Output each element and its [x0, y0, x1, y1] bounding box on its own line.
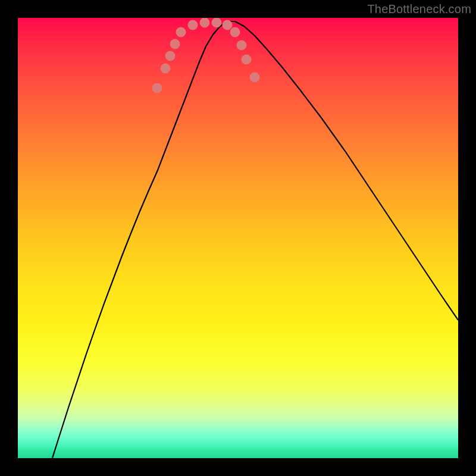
watermark-text: TheBottleneck.com [367, 2, 471, 16]
plot-area [18, 18, 458, 458]
outer-frame: TheBottleneck.com [0, 0, 476, 476]
